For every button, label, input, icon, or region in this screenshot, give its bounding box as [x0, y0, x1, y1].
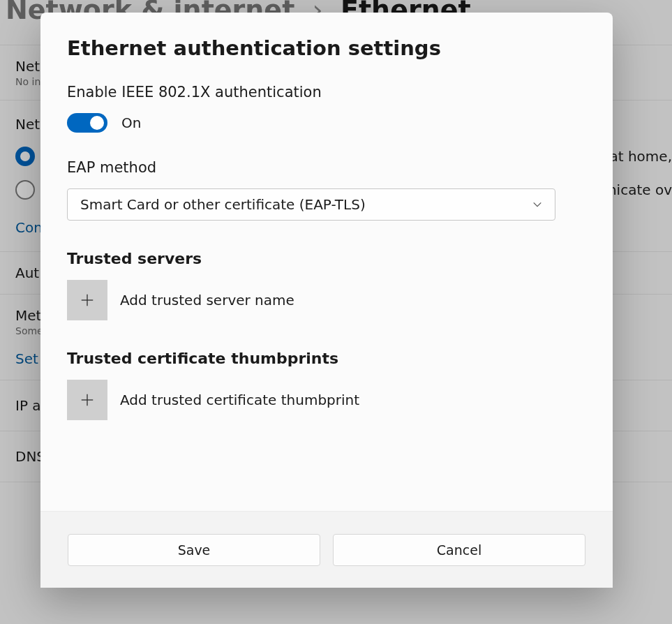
cancel-button[interactable]: Cancel	[333, 534, 585, 566]
enable-8021x-toggle[interactable]	[67, 113, 107, 133]
dialog-title: Ethernet authentication settings	[67, 36, 586, 60]
plus-icon	[80, 292, 95, 308]
thumbprints-heading: Trusted certificate thumbprints	[67, 350, 586, 367]
add-thumbprint-label: Add trusted certificate thumbprint	[120, 392, 359, 408]
add-trusted-server-button[interactable]	[67, 280, 107, 320]
add-thumbprint-button[interactable]	[67, 380, 107, 420]
toggle-state-text: On	[121, 114, 141, 131]
add-trusted-server-label: Add trusted server name	[120, 292, 294, 309]
save-button[interactable]: Save	[68, 534, 320, 566]
eap-method-select[interactable]: Smart Card or other certificate (EAP-TLS…	[67, 188, 555, 221]
toggle-knob	[90, 116, 104, 130]
trusted-servers-heading: Trusted servers	[67, 250, 586, 267]
eap-method-value: Smart Card or other certificate (EAP-TLS…	[80, 196, 366, 213]
dialog-footer: Save Cancel	[40, 511, 613, 588]
enable-8021x-label: Enable IEEE 802.1X authentication	[67, 84, 586, 101]
plus-icon	[80, 392, 95, 408]
chevron-down-icon	[532, 196, 542, 213]
eap-method-label: EAP method	[67, 159, 586, 176]
ethernet-auth-dialog: Ethernet authentication settings Enable …	[40, 13, 613, 588]
